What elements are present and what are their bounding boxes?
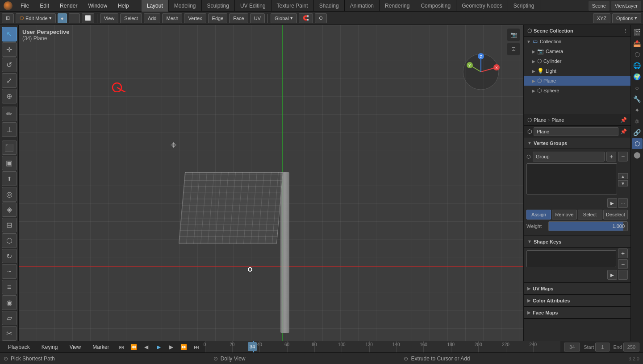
- object-name-field[interactable]: [534, 127, 618, 136]
- next-keyframe-btn[interactable]: ▶: [167, 342, 176, 352]
- tab-animation[interactable]: Animation: [345, 0, 380, 12]
- camera-view-btn[interactable]: 📷: [507, 29, 520, 41]
- poly-build-btn[interactable]: ⬡: [2, 233, 17, 248]
- tab-layout[interactable]: Layout: [142, 0, 169, 12]
- marker-menu[interactable]: Marker: [88, 341, 113, 353]
- tab-sculpting[interactable]: Sculpting: [202, 0, 235, 12]
- pin-icon[interactable]: 📌: [620, 117, 627, 123]
- particles-props-btn[interactable]: ✦: [632, 105, 643, 116]
- tab-texture-paint[interactable]: Texture Paint: [271, 0, 314, 12]
- annotate-btn[interactable]: ✏: [2, 107, 17, 121]
- add-subdiv-btn[interactable]: ▣: [2, 156, 17, 170]
- tab-rendering[interactable]: Rendering: [380, 0, 415, 12]
- add-menu[interactable]: Add: [144, 13, 161, 23]
- extrude-btn[interactable]: ⬆: [2, 171, 17, 186]
- vg-list[interactable]: [526, 163, 617, 194]
- world-props-btn[interactable]: 🌍: [632, 71, 643, 82]
- add-cube-btn[interactable]: ⬛: [2, 141, 17, 155]
- vg-add-btn[interactable]: +: [606, 152, 616, 161]
- transform-tool-btn[interactable]: ⊕: [2, 89, 17, 103]
- scene-props-btn[interactable]: 🌐: [632, 60, 643, 71]
- next-frame-btn[interactable]: ⏩: [179, 342, 189, 352]
- viewport-shading-btn[interactable]: XYZ: [593, 13, 610, 23]
- jump-end-btn[interactable]: ⏭: [192, 342, 201, 352]
- plane-row[interactable]: ▶ ⬡ Plane: [524, 76, 630, 86]
- object-pin-icon[interactable]: 📌: [620, 128, 627, 135]
- measure-btn[interactable]: ⊥: [2, 122, 17, 137]
- navigation-gizmo[interactable]: X Y Z: [461, 52, 501, 92]
- shear-btn[interactable]: ▱: [2, 311, 17, 326]
- snap-btn[interactable]: 🧲: [299, 13, 313, 23]
- weight-bar[interactable]: 1.000: [548, 221, 628, 231]
- scale-tool-btn[interactable]: ⤢: [2, 73, 17, 88]
- vg-up-btn[interactable]: ▲: [618, 173, 628, 179]
- collection-row[interactable]: ▼ 🗂 Collection: [524, 37, 630, 46]
- vertex-groups-header[interactable]: ▼ Vertex Groups: [524, 137, 630, 149]
- object-props-btn[interactable]: ○: [632, 83, 643, 93]
- sk-expand-btn[interactable]: ▶: [607, 270, 617, 280]
- menu-edit[interactable]: Edit: [35, 3, 54, 9]
- end-frame-input[interactable]: 250: [623, 343, 639, 352]
- tab-scripting[interactable]: Scripting: [508, 0, 540, 12]
- edge-slide-btn[interactable]: ≡: [2, 280, 17, 294]
- sk-add-btn[interactable]: +: [618, 248, 628, 258]
- jump-start-btn[interactable]: ⏮: [117, 342, 126, 352]
- face-select-btn[interactable]: ⬜: [82, 13, 94, 23]
- keying-menu[interactable]: Keying: [37, 341, 63, 353]
- uv-menu[interactable]: UV: [250, 13, 265, 23]
- uv-maps-header[interactable]: ▶ UV Maps: [524, 283, 630, 294]
- outliner-filter-icon[interactable]: ⫶: [624, 28, 627, 34]
- render-props-btn[interactable]: 🎬: [632, 27, 643, 37]
- vg-name-input[interactable]: [533, 152, 605, 161]
- vg-triangle-expand-btn[interactable]: ▶: [607, 198, 617, 208]
- play-btn[interactable]: ▶: [154, 342, 164, 352]
- tab-uv-editing[interactable]: UV Editing: [235, 0, 271, 12]
- timeline-scrubber[interactable]: 0 20 40 60 80 100 120 140 160 180 200 22…: [205, 341, 561, 352]
- smooth-btn[interactable]: ~: [2, 264, 17, 279]
- current-frame-input[interactable]: 34: [564, 343, 580, 352]
- proportional-btn[interactable]: ⊙: [315, 13, 327, 23]
- edge-menu[interactable]: Edge: [208, 13, 228, 23]
- view-layer-props-btn[interactable]: ⬡: [632, 49, 643, 60]
- mode-selector[interactable]: ⬡ Edit Mode ▾: [16, 13, 56, 23]
- menu-help[interactable]: Help: [113, 3, 134, 9]
- vg-remove-btn[interactable]: −: [618, 152, 628, 161]
- spin-btn[interactable]: ↻: [2, 249, 17, 264]
- material-props-btn[interactable]: ⬤: [632, 149, 643, 160]
- move-tool-btn[interactable]: ✛: [2, 42, 17, 57]
- loop-cut-btn[interactable]: ⊟: [2, 218, 17, 232]
- tab-modeling[interactable]: Modeling: [169, 0, 202, 12]
- deselect-btn[interactable]: Deselect: [603, 210, 628, 219]
- shape-keys-header[interactable]: ▼ Shape Keys: [524, 236, 630, 248]
- mesh-menu[interactable]: Mesh: [162, 13, 182, 23]
- face-menu[interactable]: Face: [229, 13, 248, 23]
- inset-btn[interactable]: ◎: [2, 187, 17, 202]
- tab-compositing[interactable]: Compositing: [415, 0, 456, 12]
- vg-triangle-more-btn[interactable]: ⋯: [618, 198, 628, 208]
- physics-props-btn[interactable]: ⚛: [632, 116, 643, 127]
- menu-file[interactable]: File: [16, 3, 33, 9]
- viewport[interactable]: User Perspective (34) Plane ⌖ X: [19, 25, 523, 341]
- shrink-btn[interactable]: ◉: [2, 295, 17, 310]
- menu-window[interactable]: Window: [84, 3, 112, 9]
- tab-shading[interactable]: Shading: [314, 0, 345, 12]
- camera-row[interactable]: ▶ 📷 Camera: [524, 46, 630, 56]
- sk-remove-btn[interactable]: −: [618, 259, 628, 269]
- rotate-tool-btn[interactable]: ↺: [2, 58, 17, 72]
- prev-frame-btn[interactable]: ⏪: [129, 342, 139, 352]
- view-layer-field[interactable]: ViewLayer: [611, 1, 641, 11]
- vertex-select-btn[interactable]: ●: [58, 13, 67, 23]
- output-props-btn[interactable]: 📤: [632, 38, 643, 49]
- vg-select-btn[interactable]: Select: [578, 210, 602, 219]
- view-menu[interactable]: View: [100, 13, 119, 23]
- sk-more-btn[interactable]: ⋯: [618, 270, 628, 280]
- edge-select-btn[interactable]: —: [69, 13, 80, 23]
- object-data-props-btn[interactable]: ⬡: [632, 138, 643, 149]
- cylinder-row[interactable]: ▶ ⬡ Cylinder: [524, 56, 630, 66]
- vg-down-btn[interactable]: ▼: [618, 180, 628, 186]
- rip-btn[interactable]: ✂: [2, 326, 17, 341]
- options-btn[interactable]: Options ▾: [612, 13, 641, 23]
- bevel-btn[interactable]: ◈: [2, 203, 17, 217]
- color-attributes-header[interactable]: ▶ Color Attributes: [524, 295, 630, 306]
- editor-type-btn[interactable]: ⊞: [2, 13, 14, 23]
